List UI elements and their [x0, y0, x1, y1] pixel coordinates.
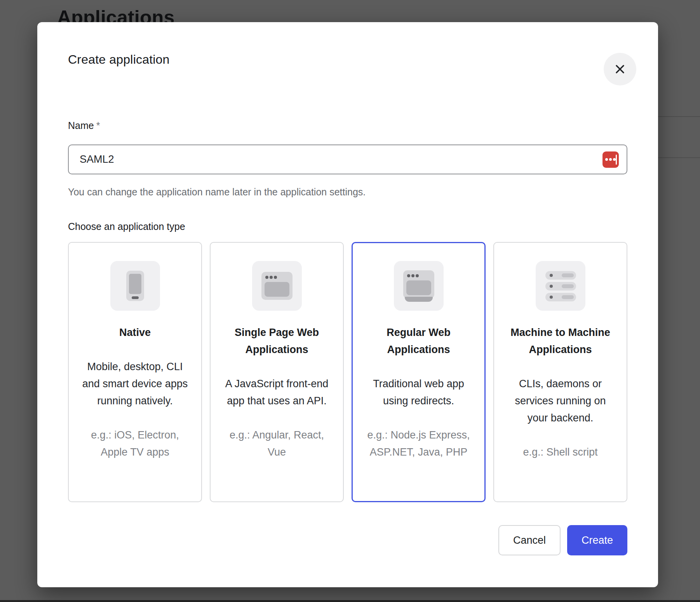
application-type-section-label: Choose an application type: [68, 220, 627, 233]
card-title: Machine to Machine Applications: [504, 324, 616, 358]
card-examples: e.g.: Node.js Express, ASP.NET, Java, PH…: [362, 426, 475, 461]
background-divider: [657, 116, 700, 117]
card-machine-to-machine-applications[interactable]: Machine to Machine Applications CLIs, da…: [493, 242, 627, 502]
card-native[interactable]: Native Mobile, desktop, CLI and smart de…: [68, 242, 202, 502]
password-manager-icon[interactable]: [602, 151, 619, 168]
close-button[interactable]: [604, 53, 636, 85]
background-footer-bar: [0, 600, 700, 602]
server-stack-icon: [536, 261, 585, 311]
application-type-cards: Native Mobile, desktop, CLI and smart de…: [68, 242, 627, 502]
name-input-wrap: [68, 144, 627, 174]
mobile-phone-icon: [110, 261, 160, 311]
dialog-title: Create application: [68, 51, 627, 68]
name-input[interactable]: [80, 153, 602, 165]
card-description: Traditional web app using redirects.: [362, 375, 475, 409]
close-icon: [614, 63, 626, 75]
name-helper-text: You can change the application name late…: [68, 185, 627, 198]
card-title: Regular Web Applications: [362, 324, 475, 358]
card-description: CLIs, daemons or services running on you…: [504, 375, 616, 426]
card-examples: e.g.: iOS, Electron, Apple TV apps: [79, 426, 191, 461]
card-title: Single Page Web Applications: [221, 324, 333, 358]
required-marker: *: [94, 120, 100, 131]
card-examples: e.g.: Angular, React, Vue: [221, 426, 333, 461]
create-button[interactable]: Create: [567, 525, 627, 555]
create-application-dialog: Create application Name* You can change …: [37, 22, 658, 587]
background-divider: [657, 157, 700, 158]
card-examples: e.g.: Shell script: [504, 444, 616, 461]
name-field-label: Name*: [68, 119, 627, 132]
browser-window-with-base-icon: [394, 261, 444, 311]
cancel-button[interactable]: Cancel: [498, 525, 561, 555]
card-regular-web-applications[interactable]: Regular Web Applications Traditional web…: [352, 242, 486, 502]
browser-window-icon: [252, 261, 302, 311]
card-description: A JavaScript front-end app that uses an …: [221, 375, 333, 409]
dialog-footer: Cancel Create: [68, 525, 627, 555]
card-single-page-web-applications[interactable]: Single Page Web Applications A JavaScrip…: [210, 242, 344, 502]
card-description: Mobile, desktop, CLI and smart device ap…: [79, 358, 191, 409]
card-title: Native: [79, 324, 191, 341]
